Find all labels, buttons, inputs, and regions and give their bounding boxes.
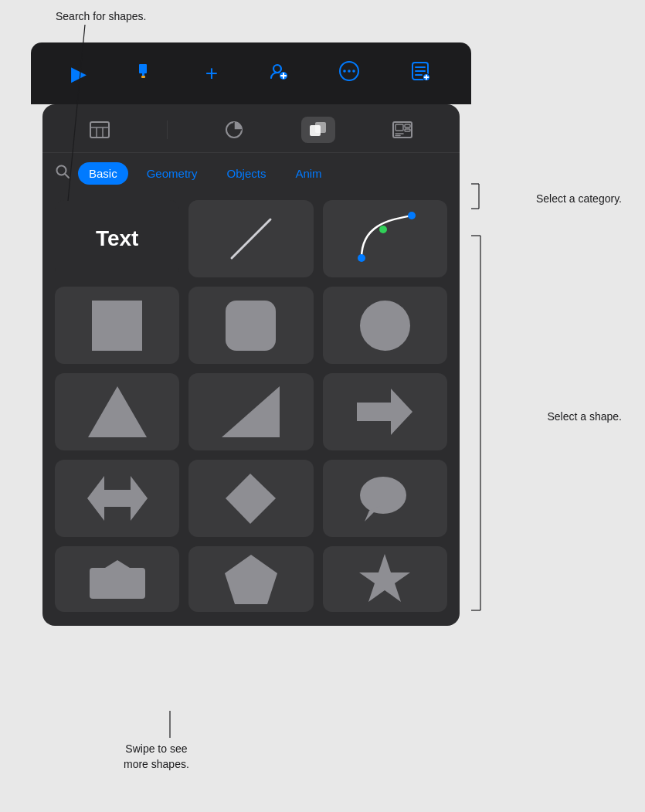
rounded-rect-shape bbox=[226, 301, 276, 351]
shape-line[interactable] bbox=[188, 200, 313, 277]
tab-table[interactable] bbox=[83, 117, 117, 143]
right-triangle-svg bbox=[222, 386, 280, 437]
square-shape bbox=[92, 301, 142, 351]
shapes-row-special: Text bbox=[55, 200, 447, 277]
shapes-panel: Basic Geometry Objects Anim Text bbox=[42, 104, 460, 626]
svg-rect-19 bbox=[90, 122, 109, 138]
text-shape-label: Text bbox=[96, 226, 139, 251]
svg-point-38 bbox=[379, 226, 387, 233]
svg-rect-27 bbox=[315, 122, 326, 133]
shapes-row-2 bbox=[55, 373, 447, 450]
svg-line-35 bbox=[65, 174, 69, 178]
arrow-svg bbox=[357, 389, 412, 435]
svg-marker-49 bbox=[359, 554, 410, 602]
svg-point-37 bbox=[408, 212, 416, 219]
shape-speech-bubble[interactable] bbox=[323, 460, 447, 537]
search-callout-text: Search for shapes. bbox=[56, 9, 147, 25]
svg-point-10 bbox=[352, 70, 355, 73]
svg-marker-43 bbox=[226, 474, 276, 524]
shape-arrow[interactable] bbox=[323, 373, 447, 450]
category-basic[interactable]: Basic bbox=[78, 162, 128, 185]
svg-rect-31 bbox=[405, 129, 410, 131]
shapes-row-4 bbox=[55, 546, 447, 612]
svg-point-39 bbox=[358, 254, 365, 262]
category-row: Basic Geometry Objects Anim bbox=[42, 153, 460, 194]
shape-partial-1[interactable] bbox=[55, 546, 179, 612]
svg-point-3 bbox=[273, 65, 281, 73]
shapes-row-1 bbox=[55, 287, 447, 364]
svg-marker-42 bbox=[87, 476, 148, 521]
category-callout-text: Select a category. bbox=[536, 192, 622, 207]
shape-pentagon[interactable] bbox=[188, 546, 313, 612]
pentagon-svg bbox=[225, 555, 277, 604]
shape-curve[interactable] bbox=[323, 200, 447, 277]
svg-rect-30 bbox=[405, 124, 410, 127]
tab-chart[interactable] bbox=[217, 117, 251, 143]
tab-shape[interactable] bbox=[301, 117, 335, 143]
add-person-icon[interactable] bbox=[267, 60, 289, 87]
shapes-row-3 bbox=[55, 460, 447, 537]
toolbar: ▶ + bbox=[31, 42, 471, 104]
list-icon[interactable] bbox=[409, 60, 431, 87]
panel-tabs bbox=[42, 104, 460, 153]
shapes-grid: Text bbox=[42, 194, 460, 618]
paintbrush-icon[interactable] bbox=[136, 61, 156, 87]
svg-marker-47 bbox=[105, 560, 130, 568]
swipe-callout-text: Swipe to seemore shapes. bbox=[124, 742, 189, 772]
partial-shape-svg bbox=[90, 560, 145, 599]
more-icon[interactable] bbox=[338, 60, 360, 87]
svg-rect-46 bbox=[90, 568, 145, 599]
line-svg bbox=[220, 208, 282, 270]
svg-marker-40 bbox=[222, 386, 280, 437]
tab-divider-1 bbox=[167, 121, 168, 139]
shape-triangle[interactable] bbox=[55, 373, 179, 450]
svg-line-36 bbox=[232, 219, 270, 258]
star-svg bbox=[358, 554, 412, 605]
triangle-shape bbox=[88, 386, 147, 437]
tab-media[interactable] bbox=[385, 117, 419, 143]
category-anim[interactable]: Anim bbox=[284, 162, 332, 185]
shape-right-triangle[interactable] bbox=[188, 373, 313, 450]
svg-marker-41 bbox=[357, 389, 412, 435]
circle-shape bbox=[360, 301, 410, 351]
search-icon[interactable] bbox=[55, 164, 70, 183]
add-icon[interactable]: + bbox=[205, 61, 218, 86]
speech-bubble-svg bbox=[358, 474, 411, 524]
shape-star[interactable] bbox=[323, 546, 447, 612]
curve-svg bbox=[350, 208, 419, 270]
shape-diamond[interactable] bbox=[188, 460, 313, 537]
svg-marker-48 bbox=[225, 555, 277, 604]
svg-point-9 bbox=[348, 70, 351, 73]
shape-double-arrow[interactable] bbox=[55, 460, 179, 537]
shape-circle[interactable] bbox=[323, 287, 447, 364]
category-objects[interactable]: Objects bbox=[216, 162, 277, 185]
svg-rect-0 bbox=[139, 64, 147, 73]
diamond-svg bbox=[226, 474, 276, 524]
category-geometry[interactable]: Geometry bbox=[136, 162, 209, 185]
svg-point-8 bbox=[343, 70, 346, 73]
shape-square[interactable] bbox=[55, 287, 179, 364]
svg-rect-2 bbox=[141, 76, 145, 78]
svg-point-44 bbox=[360, 477, 406, 514]
shape-rounded-rect[interactable] bbox=[188, 287, 313, 364]
double-arrow-svg bbox=[87, 476, 148, 521]
svg-rect-29 bbox=[395, 124, 403, 131]
shape-text[interactable]: Text bbox=[55, 200, 179, 277]
shape-callout-text: Select a shape. bbox=[547, 409, 622, 425]
play-icon[interactable]: ▶ bbox=[71, 62, 87, 86]
